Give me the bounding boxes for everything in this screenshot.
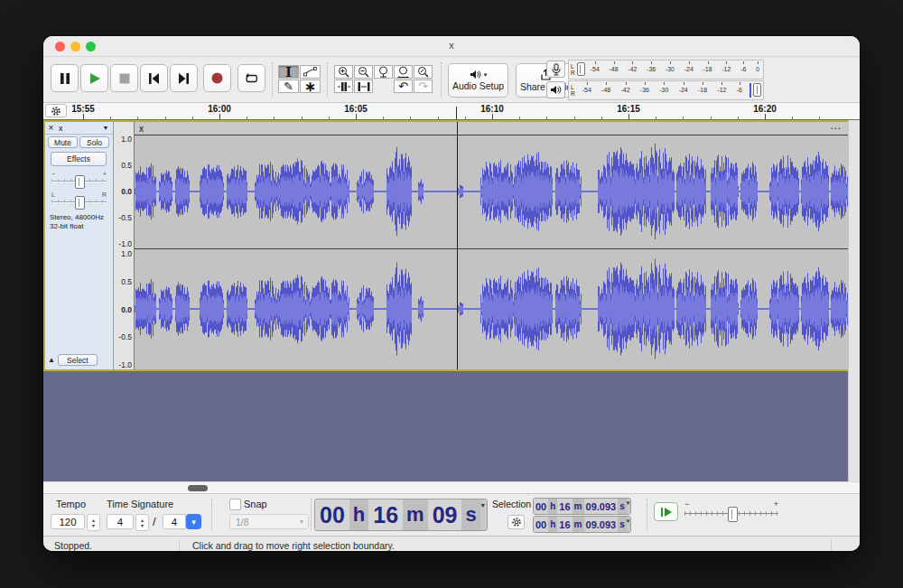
time-digit-group[interactable]: 00 (534, 499, 548, 514)
pan-slider-thumb[interactable] (75, 196, 85, 210)
record-button[interactable] (203, 64, 231, 92)
meter-channel-labels: LR (569, 61, 577, 79)
audio-track[interactable]: × x ▼ Mute Solo Effects −+ LR (43, 120, 849, 371)
ruler-tick (356, 114, 357, 119)
stop-button[interactable] (110, 64, 138, 92)
zoom-out-button[interactable] (354, 65, 373, 79)
waveform-left-channel[interactable] (135, 135, 849, 248)
playback-meter[interactable]: LR -54-48-42-36-30-24-18-12-6 (546, 80, 764, 99)
audio-setup-button[interactable]: ▾ Audio Setup (448, 63, 508, 98)
close-track-button[interactable]: × (45, 123, 57, 133)
selection-start-display[interactable]: 00h16m09.093s▾ (533, 498, 631, 515)
speed-slider-thumb[interactable] (728, 507, 738, 522)
time-format-dropdown[interactable]: ▾ (627, 517, 631, 532)
snap-combo[interactable]: 1/8 ▾ (229, 514, 309, 529)
speaker-icon (550, 85, 562, 95)
time-signature-lower-dropdown[interactable]: ▾ (186, 514, 201, 529)
record-meter-mic-button[interactable] (546, 61, 565, 78)
time-digit-group[interactable]: 09.093 (584, 517, 619, 532)
clip-overflow-menu[interactable]: ⋯ (830, 122, 849, 135)
ruler-tick (601, 117, 602, 119)
vertical-scale-label: 1.0 (121, 135, 132, 144)
gain-slider[interactable]: −+ (51, 171, 107, 189)
multi-tool-button[interactable]: ∗ (300, 79, 321, 93)
select-track-button[interactable]: Select (58, 354, 98, 366)
selection-tool-button[interactable]: I (278, 65, 299, 79)
time-format-dropdown[interactable]: ▾ (480, 499, 487, 530)
play-at-speed-icon (660, 507, 673, 518)
recording-meter[interactable]: LR -54-48-42-36-30-24-18-12-60 (546, 60, 764, 79)
vertical-scale-label: -1.0 (118, 360, 132, 369)
undo-button[interactable]: ↶ (394, 79, 413, 93)
tempo-value[interactable]: 120 (51, 514, 85, 529)
skip-to-end-button[interactable] (170, 64, 198, 92)
collapse-track-button[interactable]: ▲ (48, 356, 55, 364)
envelope-icon (303, 67, 317, 77)
selection-options-button[interactable] (507, 515, 525, 529)
time-digit-group[interactable]: 16 (557, 499, 572, 514)
clip-title[interactable]: x (135, 124, 830, 134)
effects-button[interactable]: Effects (51, 152, 107, 166)
time-unit-label: h (548, 499, 557, 514)
ruler-time-label: 16:15 (617, 104, 640, 114)
loop-button[interactable] (237, 64, 265, 92)
pause-button[interactable] (51, 64, 79, 92)
status-bar: Stopped. Click and drag to move right se… (43, 536, 860, 551)
track-workspace[interactable]: × x ▼ Mute Solo Effects −+ LR (43, 120, 860, 481)
horizontal-scrollbar-thumb[interactable] (188, 485, 208, 491)
ibeam-icon: I (285, 65, 292, 79)
time-digit-group[interactable]: 09.093 (584, 499, 619, 514)
zoom-toggle-icon (417, 66, 429, 78)
playback-speed-slider[interactable]: −+ (684, 501, 778, 521)
time-digit-group[interactable]: 09 (428, 499, 462, 530)
record-meter-bar[interactable]: LR -54-48-42-36-30-24-18-12-60 (568, 60, 764, 79)
time-signature-upper-stepper[interactable]: ▴▾ (135, 514, 149, 531)
play-button[interactable] (80, 64, 108, 92)
horizontal-scrollbar[interactable] (43, 481, 860, 493)
gain-slider-thumb[interactable] (75, 175, 85, 189)
zoom-toggle-button[interactable] (414, 65, 433, 79)
redo-button[interactable]: ↷ (414, 79, 433, 93)
vertical-scrollbar[interactable] (848, 120, 860, 492)
time-digit-group[interactable]: 00 (534, 517, 548, 532)
fit-selection-button[interactable] (374, 65, 393, 79)
snap-checkbox[interactable] (229, 499, 241, 510)
clip-header[interactable]: x ⋯ (135, 122, 849, 135)
track-menu-arrow[interactable]: ▼ (98, 125, 113, 131)
time-signature-lower[interactable]: 4 (163, 514, 186, 529)
skip-to-start-button[interactable] (140, 64, 168, 92)
ruler-tick (574, 117, 575, 119)
timeline-options-button[interactable] (45, 104, 67, 117)
time-format-dropdown[interactable]: ▾ (627, 499, 631, 514)
zoom-in-button[interactable] (334, 65, 353, 79)
time-digit-group[interactable]: 16 (368, 499, 403, 530)
pan-right-label: R (102, 191, 107, 198)
track-name[interactable]: x (57, 124, 98, 133)
play-meter-speaker-button[interactable] (546, 81, 565, 98)
audio-clip[interactable]: x ⋯ (135, 122, 849, 369)
pan-slider[interactable]: LR (51, 191, 107, 210)
tempo-stepper[interactable]: ▴▾ (87, 514, 100, 531)
playhead-in-ruler (456, 107, 457, 119)
time-digit-group[interactable]: 16 (557, 517, 572, 532)
draw-tool-button[interactable]: ✎ (278, 79, 299, 93)
vertical-scale-label: -1.0 (118, 239, 132, 248)
record-meter-slider-thumb[interactable] (577, 62, 585, 76)
audio-position-display[interactable]: 00h16m09s▾ (314, 499, 488, 531)
selection-end-display[interactable]: 00h16m09.093s▾ (533, 516, 631, 533)
fit-project-button[interactable] (394, 65, 413, 79)
waveform-right-channel[interactable] (135, 248, 849, 369)
time-signature-upper[interactable]: 4 (107, 514, 134, 529)
timeline-ruler[interactable]: 15:5516:0016:0516:1016:1516:20 (43, 103, 860, 120)
play-at-speed-button[interactable] (654, 502, 678, 521)
mute-button[interactable]: Mute (48, 136, 78, 148)
vertical-scale-ruler[interactable]: 1.00.50.0-0.5-1.0 1.00.50.0-0.5-1.0 (114, 122, 135, 369)
time-digit-group[interactable]: 00 (315, 499, 349, 530)
solo-button[interactable]: Solo (79, 136, 109, 148)
ruler-tick (247, 117, 247, 119)
play-meter-slider-thumb[interactable] (753, 83, 761, 97)
envelope-tool-button[interactable] (300, 65, 321, 79)
trim-audio-button[interactable] (334, 79, 353, 93)
play-meter-bar[interactable]: LR -54-48-42-36-30-24-18-12-6 (568, 80, 764, 100)
silence-audio-button[interactable] (354, 79, 373, 93)
